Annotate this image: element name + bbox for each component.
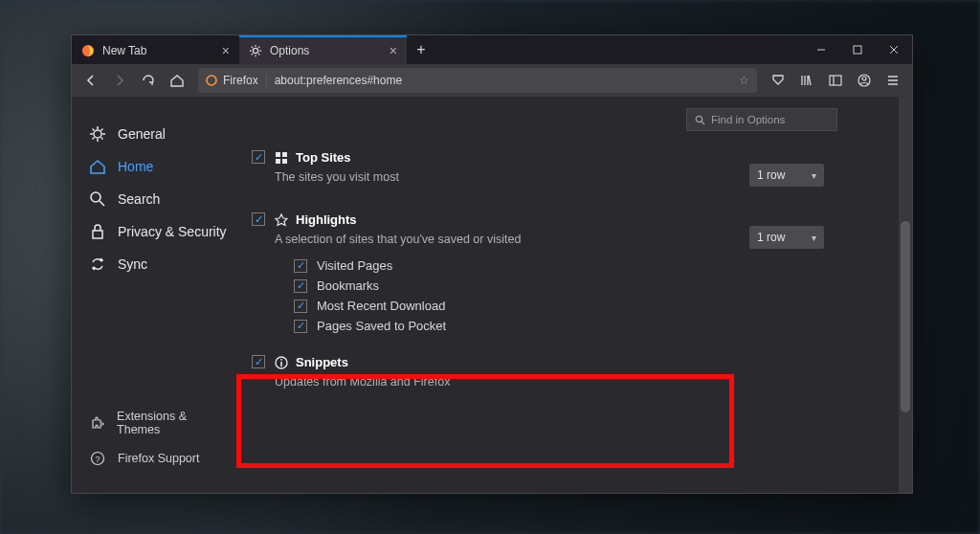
forward-button[interactable] [106,67,133,94]
sidebar-item-label: General [118,126,166,142]
back-button[interactable] [78,67,104,94]
sidebar-button[interactable] [822,67,849,94]
svg-point-44 [280,358,282,360]
tab-new-tab[interactable]: New Tab × [72,35,239,64]
svg-point-1 [253,48,257,53]
sidebar-item-label: Extensions & Themes [117,410,227,436]
sidebar-item-label: Firefox Support [118,452,199,465]
section-title: Snippets [296,355,348,369]
svg-point-36 [696,116,702,122]
close-icon[interactable]: × [390,43,397,58]
select-value: 1 row [757,168,785,182]
sidebar-item-label: Privacy & Security [118,224,227,239]
sidebar-item-extensions[interactable]: Extensions & Themes [72,403,244,443]
tab-label: Options [270,44,309,57]
minimize-button[interactable] [803,35,839,64]
sidebar-item-home[interactable]: Home [72,150,244,183]
home-button[interactable] [164,67,190,94]
maximize-button[interactable] [839,35,876,64]
svg-line-30 [101,129,103,131]
sidebar-item-general[interactable]: General [72,118,244,150]
sub-item-label: Most Recent Download [317,299,445,313]
sub-item-label: Visited Pages [317,258,392,273]
top-sites-rows-select[interactable]: 1 row ▾ [749,164,824,187]
checkbox-visited-pages[interactable] [294,259,307,273]
svg-rect-11 [854,46,861,54]
search-placeholder: Find in Options [711,114,785,125]
search-icon [89,190,106,208]
lock-icon [89,223,106,240]
firefox-icon [206,75,217,86]
sidebar-item-label: Home [118,159,153,174]
puzzle-icon [89,414,105,432]
sidebar-item-label: Sync [118,256,147,272]
tab-options[interactable]: Options × [239,35,407,64]
close-icon[interactable]: × [222,43,230,58]
checkbox-highlights[interactable] [252,212,265,226]
highlights-rows-select[interactable]: 1 row ▾ [749,226,824,249]
section-desc: Updates from Mozilla and Firefox [275,375,912,389]
svg-line-8 [252,54,253,55]
sidebar-item-search[interactable]: Search [72,183,244,215]
find-in-options[interactable]: Find in Options [686,108,837,131]
home-icon [89,158,106,175]
checkbox-top-sites[interactable] [252,150,265,164]
library-button[interactable] [793,67,820,94]
bookmark-star-icon[interactable]: ☆ [739,74,749,87]
close-button[interactable] [876,35,912,64]
section-title: Highlights [296,212,357,227]
tab-strip: New Tab × Options × + [72,35,912,64]
svg-line-32 [100,201,104,206]
window-controls [803,35,912,64]
svg-point-22 [94,130,101,138]
svg-line-37 [702,122,704,124]
select-value: 1 row [757,231,785,244]
firefox-icon [81,44,95,57]
svg-point-14 [207,76,216,85]
checkbox-pocket[interactable] [294,320,307,333]
save-to-pocket-button[interactable] [765,67,791,94]
chevron-down-icon: ▾ [812,233,816,243]
sidebar-item-privacy[interactable]: Privacy & Security [72,215,244,248]
svg-point-18 [862,77,866,80]
svg-point-31 [91,192,100,202]
menu-button[interactable] [880,67,906,94]
search-icon [695,115,705,125]
preferences-sidebar: General Home Search Privacy & Security S… [72,97,244,493]
scrollbar[interactable] [899,97,912,493]
svg-rect-38 [276,152,280,157]
svg-line-7 [258,54,259,55]
sidebar-item-support[interactable]: ? Firefox Support [72,443,244,474]
svg-rect-40 [276,159,280,164]
svg-line-29 [93,138,95,140]
gear-icon [249,44,262,57]
scrollbar-thumb[interactable] [901,221,910,412]
svg-rect-15 [830,76,841,85]
new-tab-button[interactable]: + [407,35,435,64]
question-icon: ? [89,450,106,467]
gear-icon [89,125,106,143]
svg-rect-33 [93,231,102,238]
account-button[interactable] [851,67,878,94]
svg-text:?: ? [95,455,100,464]
url-text: about:preferences#home [275,74,402,87]
svg-rect-41 [282,159,287,164]
svg-rect-39 [282,152,287,157]
checkbox-snippets[interactable] [252,355,265,368]
chevron-down-icon: ▾ [812,170,816,181]
checkbox-bookmarks[interactable] [294,279,307,293]
svg-line-28 [101,138,103,140]
browser-window: New Tab × Options × + Firefox about:p [71,34,913,494]
checkbox-recent-download[interactable] [294,300,307,313]
url-bar[interactable]: Firefox about:preferences#home ☆ [198,68,757,93]
identity-label: Firefox [223,74,258,87]
sidebar-item-label: Search [118,191,160,207]
svg-line-27 [93,129,95,131]
sub-item-label: Bookmarks [317,278,379,293]
reload-button[interactable] [135,67,162,94]
identity-box[interactable]: Firefox [206,74,267,87]
section-title: Top Sites [296,150,351,165]
info-icon [275,356,288,369]
nav-toolbar: Firefox about:preferences#home ☆ [72,64,912,97]
sidebar-item-sync[interactable]: Sync [72,248,244,280]
